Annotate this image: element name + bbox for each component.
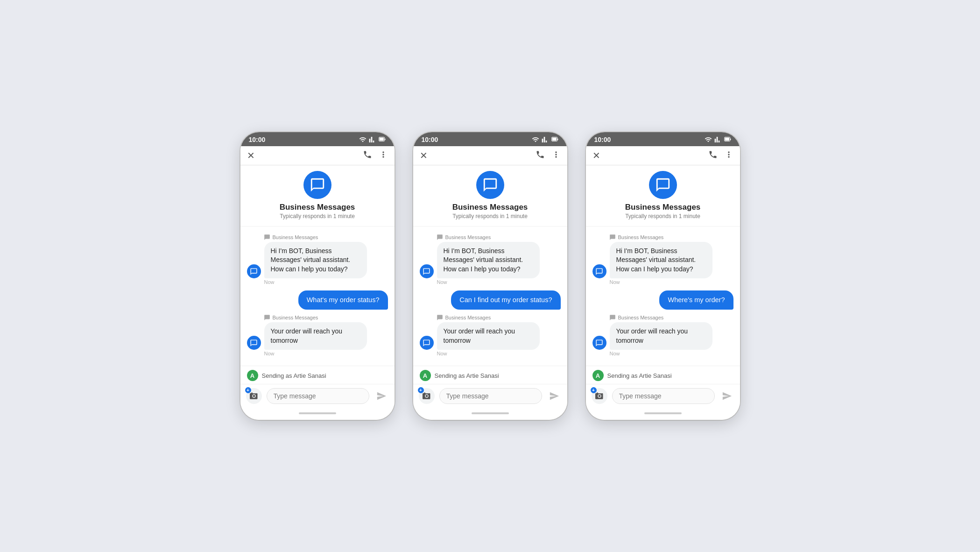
- send-button[interactable]: [719, 389, 734, 403]
- phone-icon[interactable]: [708, 150, 718, 161]
- action-icons: [363, 150, 388, 161]
- agent-avatar: [649, 171, 677, 199]
- action-icons: [536, 150, 561, 161]
- agent-name: Business Messages: [280, 203, 355, 212]
- home-indicator: [472, 412, 509, 414]
- sending-as-bar: A Sending as Artie Sanasi: [413, 366, 567, 384]
- home-indicator: [644, 412, 682, 414]
- app-bar: ✕: [240, 146, 395, 165]
- bot-avatar: [420, 264, 434, 278]
- input-bar: +: [413, 384, 567, 409]
- user-bubble: Where's my order?: [659, 290, 733, 310]
- agent-header: Business Messages Typically responds in …: [586, 165, 740, 226]
- sending-as-avatar: A: [420, 370, 431, 381]
- message-input[interactable]: [612, 388, 715, 404]
- bot-reply-row: Your order will reach you tomorrow: [247, 322, 388, 350]
- send-button[interactable]: [374, 389, 389, 403]
- more-icon[interactable]: [379, 150, 388, 161]
- phone-icon[interactable]: [363, 150, 372, 161]
- send-button[interactable]: [547, 389, 562, 403]
- sending-as-bar: A Sending as Artie Sanasi: [586, 366, 740, 384]
- bot-reply-time: Now: [247, 351, 388, 356]
- sending-as-label: Sending as Artie Sanasi: [262, 372, 326, 379]
- bot-reply-time: Now: [420, 351, 561, 356]
- bot-reply-row: Your order will reach you tomorrow: [420, 322, 561, 350]
- more-icon[interactable]: [724, 150, 733, 161]
- plus-badge: +: [591, 387, 597, 393]
- bot-reply-time: Now: [592, 351, 733, 356]
- status-bar: 10:00: [413, 132, 567, 146]
- bot-intro-label: Business Messages: [592, 234, 733, 241]
- bot-intro-time: Now: [420, 279, 561, 285]
- bottom-bar: [240, 409, 395, 420]
- bot-intro-bubble: Hi I'm BOT, Business Messages' virtual a…: [610, 242, 712, 279]
- bot-reply-row: Your order will reach you tomorrow: [592, 322, 733, 350]
- svg-rect-1: [384, 138, 385, 140]
- more-icon[interactable]: [551, 150, 561, 161]
- bot-reply-group: Business Messages Your order will reach …: [420, 314, 561, 360]
- bot-reply-group: Business Messages Your order will reach …: [592, 314, 733, 360]
- status-bar: 10:00: [586, 132, 740, 146]
- bot-reply-label: Business Messages: [420, 314, 561, 321]
- svg-rect-5: [552, 137, 556, 141]
- bot-avatar: [592, 264, 606, 278]
- bot-reply-avatar: [592, 336, 606, 350]
- bot-reply-bubble: Your order will reach you tomorrow: [610, 322, 712, 350]
- bot-reply-avatar: [420, 336, 434, 350]
- bot-intro-group: Business Messages Hi I'm BOT, Business M…: [420, 234, 561, 289]
- sending-as-bar: A Sending as Artie Sanasi: [240, 366, 395, 384]
- phone-icon[interactable]: [536, 150, 545, 161]
- message-input[interactable]: [439, 388, 542, 404]
- sending-as-avatar: A: [592, 370, 604, 381]
- agent-header: Business Messages Typically responds in …: [240, 165, 395, 226]
- bot-avatar: [247, 264, 261, 278]
- bot-intro-time: Now: [247, 279, 388, 285]
- close-button[interactable]: ✕: [420, 151, 428, 160]
- agent-avatar: [476, 171, 504, 199]
- svg-rect-7: [730, 138, 731, 140]
- status-time: 10:00: [594, 136, 611, 143]
- sending-as-label: Sending as Artie Sanasi: [607, 372, 672, 379]
- svg-rect-2: [379, 137, 383, 141]
- app-bar: ✕: [586, 146, 740, 165]
- user-message-row: Where's my order?: [592, 290, 733, 310]
- sending-as-label: Sending as Artie Sanasi: [435, 372, 499, 379]
- phones-container: 10:00 ✕ Business Messages Typically resp…: [240, 132, 740, 420]
- agent-status: Typically responds in 1 minute: [625, 213, 700, 219]
- phone-2: 10:00 ✕ Business Messages Typically resp…: [413, 132, 567, 420]
- camera-button[interactable]: +: [246, 388, 262, 404]
- chat-area: Business Messages Hi I'm BOT, Business M…: [413, 226, 567, 366]
- app-bar: ✕: [413, 146, 567, 165]
- message-input[interactable]: [267, 388, 369, 404]
- bot-intro-time: Now: [592, 279, 733, 285]
- close-button[interactable]: ✕: [247, 151, 255, 160]
- phone-1: 10:00 ✕ Business Messages Typically resp…: [240, 132, 395, 420]
- agent-avatar: [303, 171, 331, 199]
- bot-reply-label: Business Messages: [592, 314, 733, 321]
- status-time: 10:00: [422, 136, 438, 143]
- bot-reply-avatar: [247, 336, 261, 350]
- agent-name: Business Messages: [625, 203, 701, 212]
- user-message-row: Can I find out my order status?: [420, 290, 561, 310]
- bot-intro-group: Business Messages Hi I'm BOT, Business M…: [592, 234, 733, 289]
- user-message-row: What's my order status?: [247, 290, 388, 310]
- status-time: 10:00: [249, 136, 266, 143]
- svg-rect-4: [557, 138, 558, 140]
- bot-intro-label: Business Messages: [420, 234, 561, 241]
- bot-intro-row: Hi I'm BOT, Business Messages' virtual a…: [247, 242, 388, 279]
- home-indicator: [299, 412, 336, 414]
- bot-reply-bubble: Your order will reach you tomorrow: [264, 322, 367, 350]
- bot-intro-row: Hi I'm BOT, Business Messages' virtual a…: [420, 242, 561, 279]
- agent-header: Business Messages Typically responds in …: [413, 165, 567, 226]
- camera-button[interactable]: +: [592, 388, 607, 404]
- close-button[interactable]: ✕: [592, 151, 600, 160]
- plus-badge: +: [245, 387, 251, 393]
- bot-intro-label: Business Messages: [247, 234, 388, 241]
- camera-button[interactable]: +: [419, 388, 435, 404]
- bot-intro-bubble: Hi I'm BOT, Business Messages' virtual a…: [264, 242, 367, 279]
- chat-area: Business Messages Hi I'm BOT, Business M…: [240, 226, 395, 366]
- sending-as-avatar: A: [247, 370, 258, 381]
- agent-status: Typically responds in 1 minute: [280, 213, 355, 219]
- agent-name: Business Messages: [452, 203, 528, 212]
- user-bubble: Can I find out my order status?: [451, 290, 560, 310]
